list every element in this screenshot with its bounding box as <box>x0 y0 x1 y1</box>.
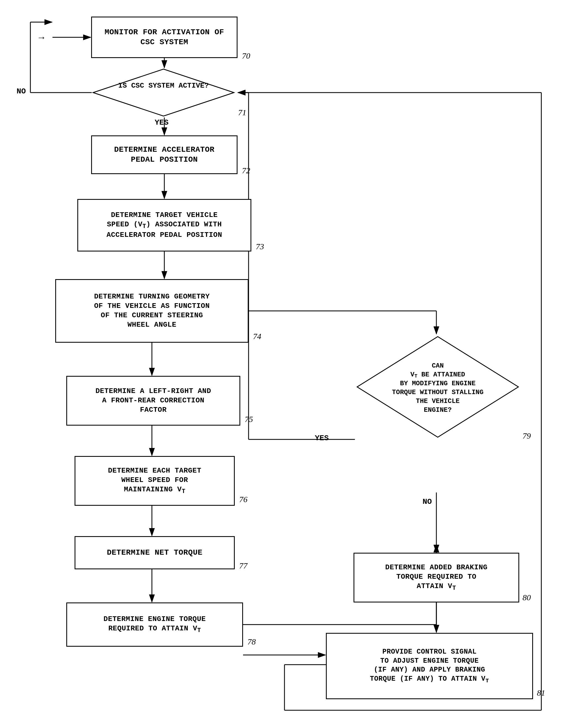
svg-text:BY MODIFYING ENGINE: BY MODIFYING ENGINE <box>400 380 476 387</box>
box-target-speed: DETERMINE TARGET VEHICLE SPEED (VT) ASSO… <box>77 199 251 251</box>
flowchart-diagram: → MONITOR FOR ACTIVATION OF CSC SYSTEM 7… <box>0 0 588 726</box>
svg-marker-28 <box>93 69 234 116</box>
svg-text:VT BE ATTAINED: VT BE ATTAINED <box>411 371 465 379</box>
diamond-engine-torque: CAN VT BE ATTAINED BY MODIFYING ENGINE T… <box>355 335 521 439</box>
ref-81: 81 <box>537 688 545 698</box>
yes-label-79: YES <box>315 434 329 442</box>
box-control-signal: PROVIDE CONTROL SIGNAL TO ADJUST ENGINE … <box>326 633 533 699</box>
ref-74: 74 <box>253 331 261 341</box>
ref-71: 71 <box>238 108 246 117</box>
box-net-torque: DETERMINE NET TORQUE <box>75 536 235 569</box>
ref-80: 80 <box>523 593 531 602</box>
ref-77: 77 <box>239 561 248 570</box>
ref-73: 73 <box>256 242 264 251</box>
no-label-79: NO <box>423 498 432 506</box>
ref-70: 70 <box>242 51 250 61</box>
box-wheel-speed: DETERMINE EACH TARGET WHEEL SPEED FOR MA… <box>75 456 235 506</box>
svg-text:IS CSC SYSTEM ACTIVE?: IS CSC SYSTEM ACTIVE? <box>118 82 209 90</box>
svg-text:CAN: CAN <box>432 362 444 369</box>
svg-text:TORQUE WITHOUT STALLING: TORQUE WITHOUT STALLING <box>392 388 483 396</box>
box-turning-geometry: DETERMINE TURNING GEOMETRY OF THE VEHICL… <box>55 279 249 343</box>
no-label-71: NO <box>17 87 26 96</box>
box-correction-factor: DETERMINE A LEFT-RIGHT AND A FRONT-REAR … <box>66 376 240 426</box>
ref-72: 72 <box>242 166 250 175</box>
svg-text:ENGINE?: ENGINE? <box>424 406 452 414</box>
box-accelerator-pedal: DETERMINE ACCELERATOR PEDAL POSITION <box>91 136 237 174</box>
ref-75: 75 <box>245 415 253 424</box>
diamond-csc-active: IS CSC SYSTEM ACTIVE? <box>92 68 235 118</box>
start-arrow: → <box>39 33 44 43</box>
yes-label-71: YES <box>155 118 168 127</box>
box-engine-torque: DETERMINE ENGINE TORQUE REQUIRED TO ATTA… <box>66 603 243 647</box>
ref-79: 79 <box>523 431 531 441</box>
box-added-braking: DETERMINE ADDED BRAKING TORQUE REQUIRED … <box>354 553 519 603</box>
ref-76: 76 <box>239 495 248 504</box>
ref-78: 78 <box>248 637 256 646</box>
box-monitor-csc: MONITOR FOR ACTIVATION OF CSC SYSTEM <box>91 17 237 58</box>
svg-text:THE VEHICLE: THE VEHICLE <box>416 398 460 405</box>
